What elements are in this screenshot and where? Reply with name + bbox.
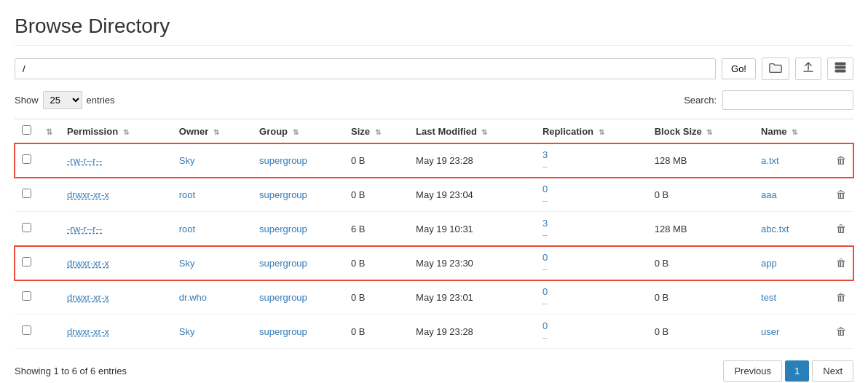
search-area: Search: <box>684 90 853 110</box>
controls-row: Show 10 25 50 100 entries Search: <box>15 90 853 110</box>
modified-cell-2: May 19 10:31 <box>409 212 535 246</box>
delete-icon-0[interactable]: 🗑 <box>836 154 846 166</box>
size-cell-5: 0 B <box>344 315 409 349</box>
permission-link-0[interactable]: -rw-r--r-- <box>67 155 102 166</box>
name-link-5[interactable]: user <box>761 326 779 337</box>
name-link-0[interactable]: a.txt <box>761 155 779 166</box>
folder-icon-button[interactable] <box>762 58 789 80</box>
svg-rect-2 <box>835 70 845 72</box>
row-checkbox-0[interactable] <box>22 154 31 164</box>
show-entries: Show 10 25 50 100 entries <box>15 91 115 109</box>
owner-link-0[interactable]: Sky <box>179 155 195 166</box>
entries-select[interactable]: 10 25 50 100 <box>43 91 82 109</box>
page-title: Browse Directory <box>15 15 853 46</box>
delete-icon-2[interactable]: 🗑 <box>836 223 846 234</box>
go-button[interactable]: Go! <box>722 58 756 79</box>
page-1-button[interactable]: 1 <box>785 360 809 382</box>
replication-link-2[interactable]: 3-- <box>542 218 548 240</box>
select-all-checkbox[interactable] <box>22 125 31 135</box>
previous-button[interactable]: Previous <box>723 360 782 382</box>
name-link-4[interactable]: test <box>761 292 776 303</box>
col-permission: Permission ⇅ <box>60 119 172 143</box>
row-checkbox-2[interactable] <box>22 223 31 232</box>
name-link-3[interactable]: app <box>761 258 777 269</box>
sort-icon: ⇅ <box>46 127 52 136</box>
group-link-0[interactable]: supergroup <box>259 155 307 166</box>
col-replication: Replication ⇅ <box>535 119 647 143</box>
col-owner: Owner ⇅ <box>172 119 252 143</box>
size-cell-0: 0 B <box>344 143 409 178</box>
modified-cell-4: May 19 23:01 <box>409 280 535 315</box>
blocksize-cell-4: 0 B <box>647 280 754 315</box>
svg-rect-1 <box>835 66 845 68</box>
row-checkbox-4[interactable] <box>22 291 31 301</box>
table-row: drwxr-xr-x dr.who supergroup 0 B May 19 … <box>15 280 853 315</box>
blocksize-cell-2: 128 MB <box>647 212 754 246</box>
group-link-4[interactable]: supergroup <box>259 292 307 303</box>
group-link-3[interactable]: supergroup <box>259 258 307 269</box>
size-cell-3: 0 B <box>344 246 409 280</box>
owner-link-1[interactable]: root <box>179 189 195 200</box>
row-checkbox-1[interactable] <box>22 189 31 198</box>
showing-text: Showing 1 to 6 of 6 entries <box>15 366 127 376</box>
path-bar: Go! <box>15 58 853 80</box>
list-icon-button[interactable] <box>827 58 853 80</box>
group-link-2[interactable]: supergroup <box>259 224 307 234</box>
modified-cell-5: May 19 23:28 <box>409 315 535 349</box>
col-name: Name ⇅ <box>754 119 829 143</box>
size-cell-1: 0 B <box>344 178 409 212</box>
group-link-1[interactable]: supergroup <box>259 189 307 200</box>
modified-cell-1: May 19 23:04 <box>409 178 535 212</box>
delete-icon-4[interactable]: 🗑 <box>836 291 846 303</box>
col-last-modified: Last Modified ⇅ <box>409 119 535 143</box>
permission-link-3[interactable]: drwxr-xr-x <box>67 258 109 269</box>
size-cell-4: 0 B <box>344 280 409 315</box>
owner-link-5[interactable]: Sky <box>179 326 195 337</box>
replication-link-0[interactable]: 3-- <box>542 149 548 171</box>
group-link-5[interactable]: supergroup <box>259 326 307 337</box>
entries-label: entries <box>87 95 115 106</box>
permission-link-4[interactable]: drwxr-xr-x <box>67 292 109 303</box>
owner-link-3[interactable]: Sky <box>179 258 195 269</box>
table-body: -rw-r--r-- Sky supergroup 0 B May 19 23:… <box>15 143 853 349</box>
blocksize-cell-3: 0 B <box>647 246 754 280</box>
col-block-size: Block Size ⇅ <box>647 119 754 143</box>
delete-icon-5[interactable]: 🗑 <box>836 325 846 337</box>
delete-icon-3[interactable]: 🗑 <box>836 257 846 269</box>
col-size: Size ⇅ <box>344 119 409 143</box>
owner-link-4[interactable]: dr.who <box>179 292 207 303</box>
blocksize-cell-0: 128 MB <box>647 143 754 178</box>
owner-link-2[interactable]: root <box>179 224 195 234</box>
blocksize-cell-1: 0 B <box>647 178 754 212</box>
name-link-2[interactable]: abc.txt <box>761 224 789 234</box>
show-label: Show <box>15 95 39 106</box>
name-link-1[interactable]: aaa <box>761 189 777 200</box>
modified-cell-0: May 19 23:28 <box>409 143 535 178</box>
table-header: ⇅ Permission ⇅ Owner ⇅ Group ⇅ Size ⇅ La… <box>15 119 853 143</box>
table-row: -rw-r--r-- Sky supergroup 0 B May 19 23:… <box>15 143 853 178</box>
modified-cell-3: May 19 23:30 <box>409 246 535 280</box>
path-input[interactable] <box>15 58 716 79</box>
replication-link-4[interactable]: 0-- <box>542 286 548 308</box>
replication-link-1[interactable]: 0-- <box>542 183 548 205</box>
pagination: Previous 1 Next <box>723 360 853 382</box>
upload-icon-button[interactable] <box>795 58 821 80</box>
permission-link-2[interactable]: -rw-r--r-- <box>67 224 102 234</box>
row-checkbox-3[interactable] <box>22 257 31 266</box>
replication-link-3[interactable]: 0-- <box>542 252 548 274</box>
search-label: Search: <box>684 95 717 106</box>
replication-link-5[interactable]: 0-- <box>542 320 548 342</box>
blocksize-cell-5: 0 B <box>647 315 754 349</box>
permission-link-1[interactable]: drwxr-xr-x <box>67 189 109 200</box>
col-group: Group ⇅ <box>252 119 344 143</box>
table-row: drwxr-xr-x Sky supergroup 0 B May 19 23:… <box>15 246 853 280</box>
row-checkbox-5[interactable] <box>22 325 31 335</box>
svg-rect-0 <box>835 63 845 65</box>
permission-link-5[interactable]: drwxr-xr-x <box>67 326 109 337</box>
pagination-row: Showing 1 to 6 of 6 entries Previous 1 N… <box>15 360 853 382</box>
directory-table: ⇅ Permission ⇅ Owner ⇅ Group ⇅ Size ⇅ La… <box>15 119 853 349</box>
search-input[interactable] <box>722 90 853 110</box>
next-button[interactable]: Next <box>812 360 853 382</box>
table-row: drwxr-xr-x Sky supergroup 0 B May 19 23:… <box>15 315 853 349</box>
delete-icon-1[interactable]: 🗑 <box>836 189 846 200</box>
